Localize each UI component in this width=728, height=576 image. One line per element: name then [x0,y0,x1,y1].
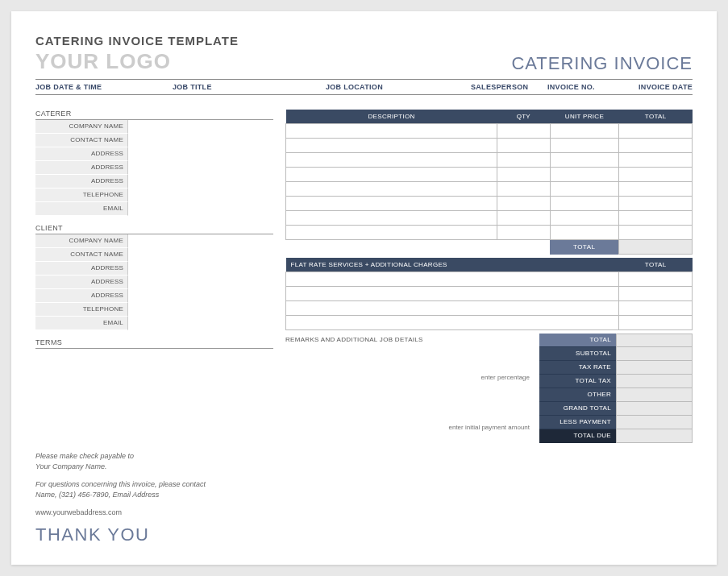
meta-job-title: JOB TITLE [173,83,326,91]
table-cell[interactable] [619,226,693,240]
total-value[interactable] [616,429,693,443]
table-cell[interactable] [497,211,551,226]
table-cell[interactable] [286,168,497,182]
note-percentage: enter percentage [285,371,533,381]
table-cell[interactable] [286,211,497,226]
table-cell[interactable] [619,153,693,168]
document-title: CATERING INVOICE [511,53,693,74]
field-label: ADDRESS [35,276,128,289]
right-column: DESCRIPTION QTY UNIT PRICE TOTAL TOTAL [285,110,693,443]
field-row: ADDRESS [35,289,273,303]
total-label: LESS PAYMENT [539,416,616,429]
col-unit-price: UNIT PRICE [550,110,619,124]
table-cell[interactable] [550,182,619,197]
total-value[interactable] [616,334,693,347]
field-value[interactable] [128,317,273,330]
total-label: TOTAL [539,334,616,347]
flat-heading: FLAT RATE SERVICES + ADDITIONAL CHARGES [286,258,619,272]
field-value[interactable] [128,289,273,303]
table-cell[interactable] [550,226,619,240]
table-cell[interactable] [286,124,497,139]
table-cell[interactable] [286,316,619,330]
total-value[interactable] [616,402,693,416]
field-label: ADDRESS [35,262,128,276]
total-row: GRAND TOTAL [539,402,693,416]
field-value[interactable] [128,147,273,161]
table-cell[interactable] [497,153,551,168]
field-value[interactable] [128,202,273,216]
total-row: SUBTOTAL [539,347,693,361]
totals-column: TOTALSUBTOTALTAX RATETOTAL TAXOTHERGRAND… [539,334,693,443]
table-row [286,316,693,330]
table-cell[interactable] [619,197,693,211]
table-cell[interactable] [286,301,619,316]
field-value[interactable] [128,175,273,189]
meta-salesperson: SALESPERSON [471,83,547,91]
field-label: EMAIL [35,317,128,330]
table-cell[interactable] [286,153,497,168]
field-value[interactable] [128,234,273,248]
total-value[interactable] [616,347,693,361]
field-value[interactable] [128,134,273,147]
table-cell[interactable] [619,139,693,153]
field-value[interactable] [128,161,273,175]
total-label: OTHER [539,388,616,402]
field-label: ADDRESS [35,289,128,303]
template-title: CATERING INVOICE TEMPLATE [35,34,693,48]
table-cell[interactable] [286,287,619,301]
field-value[interactable] [128,262,273,276]
field-value[interactable] [128,248,273,262]
table-cell[interactable] [286,197,497,211]
caterer-heading: CATERER [35,110,273,120]
field-label: COMPANY NAME [35,120,128,134]
table-cell[interactable] [550,197,619,211]
field-row: EMAIL [35,202,273,216]
footer-line2: Your Company Name. [35,462,107,470]
total-value[interactable] [616,375,693,388]
table-cell[interactable] [619,211,693,226]
table-cell[interactable] [497,182,551,197]
table-cell[interactable] [286,182,497,197]
table-cell[interactable] [550,211,619,226]
total-value[interactable] [616,416,693,429]
items-total-cell[interactable] [619,240,693,255]
table-row [286,226,693,240]
table-cell[interactable] [619,168,693,182]
table-cell[interactable] [497,168,551,182]
col-description: DESCRIPTION [286,110,497,124]
table-cell[interactable] [286,139,497,153]
table-cell[interactable] [550,153,619,168]
field-value[interactable] [128,303,273,317]
table-cell[interactable] [619,301,693,316]
meta-header-row: JOB DATE & TIME JOB TITLE JOB LOCATION S… [35,79,693,95]
table-cell[interactable] [619,182,693,197]
table-cell[interactable] [550,168,619,182]
table-cell[interactable] [497,124,551,139]
table-cell[interactable] [619,316,693,330]
table-cell[interactable] [550,124,619,139]
table-cell[interactable] [497,139,551,153]
table-cell[interactable] [619,272,693,287]
field-value[interactable] [128,276,273,289]
field-row: ADDRESS [35,276,273,289]
logo-placeholder: YOUR LOGO [35,49,171,74]
total-value[interactable] [616,361,693,375]
table-cell[interactable] [286,272,619,287]
items-total-label: TOTAL [550,240,619,255]
table-row [286,287,693,301]
field-value[interactable] [128,189,273,202]
table-cell[interactable] [550,139,619,153]
table-row [286,301,693,316]
table-cell[interactable] [619,124,693,139]
total-value[interactable] [616,388,693,402]
field-row: COMPANY NAME [35,120,273,134]
meta-job-date-time: JOB DATE & TIME [35,83,173,91]
meta-invoice-no: INVOICE NO. [547,83,624,91]
table-cell[interactable] [286,226,497,240]
meta-invoice-date: INVOICE DATE [624,83,693,91]
field-label: EMAIL [35,202,128,216]
table-cell[interactable] [497,226,551,240]
table-cell[interactable] [619,287,693,301]
field-value[interactable] [128,120,273,134]
table-cell[interactable] [497,197,551,211]
